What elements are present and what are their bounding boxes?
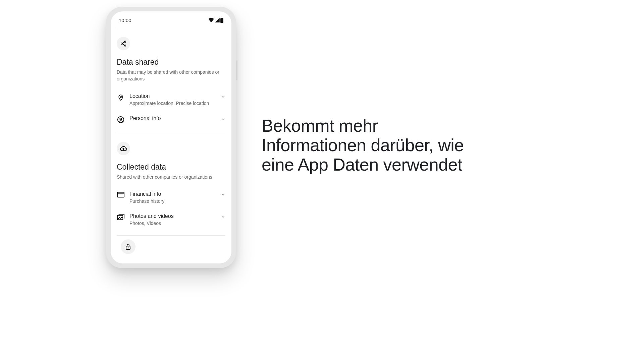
phone-frame: 10:00: [106, 7, 236, 268]
status-time: 10:00: [119, 17, 131, 23]
row-title: Personal info: [129, 115, 216, 121]
battery-icon: [220, 18, 223, 23]
section-title: Data shared: [117, 58, 225, 67]
svg-point-16: [128, 247, 128, 248]
section-subtitle: Shared with other companies or organizat…: [117, 174, 225, 180]
row-subtitle: Purchase history: [129, 198, 216, 204]
svg-point-3: [121, 43, 122, 44]
phone-mockup: 10:00: [106, 7, 236, 268]
svg-rect-11: [117, 192, 124, 197]
svg-point-9: [120, 118, 122, 120]
wifi-icon: [208, 18, 214, 22]
row-title: Financial info: [129, 191, 216, 197]
row-location[interactable]: Location Approximate location, Precise l…: [117, 88, 225, 111]
phone-side-button: [236, 60, 237, 80]
section-title: Collected data: [117, 163, 225, 172]
divider: [117, 235, 225, 236]
section-collected-data: Collected data Shared with other compani…: [117, 133, 225, 236]
row-personal-info[interactable]: Personal info: [117, 111, 225, 128]
credit-card-icon: [117, 191, 125, 198]
chevron-down-icon: [221, 191, 225, 198]
chevron-down-icon: [221, 93, 225, 101]
chevron-down-icon: [221, 115, 225, 123]
content-scroll: Data shared Data that may be shared with…: [111, 28, 231, 236]
row-photos-videos[interactable]: Photos and videos Photos, Videos: [117, 208, 225, 231]
location-pin-icon: [117, 93, 125, 101]
svg-point-4: [124, 45, 126, 46]
row-subtitle: Photos, Videos: [129, 221, 216, 226]
svg-rect-0: [220, 18, 223, 23]
svg-line-6: [122, 44, 124, 45]
cloud-upload-icon: [117, 142, 130, 155]
status-bar: 10:00: [111, 11, 231, 28]
svg-point-2: [124, 41, 126, 42]
person-icon: [117, 115, 125, 123]
section-data-shared: Data shared Data that may be shared with…: [117, 28, 225, 133]
row-title: Photos and videos: [129, 213, 216, 219]
row-title: Location: [129, 93, 216, 99]
lock-icon: [121, 239, 136, 254]
status-icons: [208, 18, 223, 23]
svg-line-5: [122, 42, 124, 43]
chevron-down-icon: [221, 213, 225, 221]
cellular-icon: [215, 18, 220, 22]
svg-rect-1: [221, 18, 222, 19]
svg-point-7: [120, 96, 121, 97]
gallery-icon: [117, 213, 125, 221]
phone-screen: 10:00: [111, 11, 231, 263]
row-financial-info[interactable]: Financial info Purchase history: [117, 186, 225, 208]
row-subtitle: Approximate location, Precise location: [129, 101, 216, 106]
headline-text: Bekommt mehr Informationen darüber, wie …: [262, 116, 483, 175]
share-icon: [117, 37, 130, 50]
section-subtitle: Data that may be shared with other compa…: [117, 69, 225, 82]
